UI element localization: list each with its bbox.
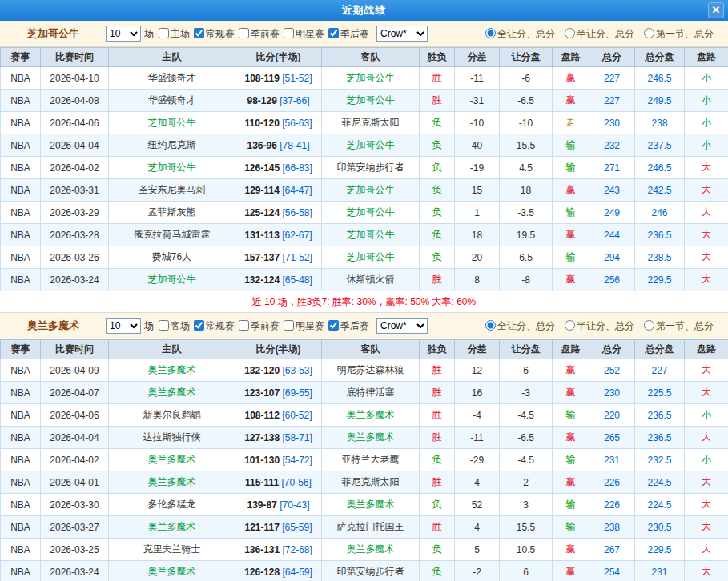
home-team-cell: 奥兰多魔术	[109, 359, 235, 382]
games-count-select[interactable]: 10	[106, 318, 141, 334]
score-mode-radio-2[interactable]: 第一节、总分	[644, 28, 714, 39]
column-header: 总分盘	[635, 340, 685, 359]
total-line-cell: 242.5	[635, 179, 685, 202]
total-points-cell: 243	[589, 179, 635, 202]
column-header: 客队	[322, 48, 420, 67]
home-team-cell: 新奥尔良鹈鹕	[109, 404, 235, 427]
handicap-line-cell: -10	[500, 112, 553, 134]
checkbox[interactable]	[328, 320, 339, 331]
over-under-cell: 大	[685, 539, 728, 561]
league-cell: NBA	[1, 112, 41, 134]
handicap-line-cell: 4.5	[500, 157, 553, 179]
score-mode-radio-2[interactable]: 第一节、总分	[644, 320, 714, 331]
result-cell: 胜	[420, 404, 455, 427]
checkbox[interactable]	[284, 320, 294, 331]
close-button[interactable]: ✕	[708, 2, 724, 18]
point-diff-cell: -29	[455, 449, 500, 471]
game-row: NBA2026-03-29孟菲斯灰熊125-124 [56-58]芝加哥公牛负1…	[1, 202, 728, 224]
away-team-cell: 芝加哥公牛	[322, 179, 420, 202]
total-points-cell: 232	[589, 134, 635, 157]
dialog-titlebar: 近期战绩 ✕	[0, 0, 728, 21]
checkbox[interactable]	[194, 320, 204, 331]
checkbox[interactable]	[328, 28, 339, 38]
radio[interactable]	[485, 320, 496, 331]
result-cell: 胜	[420, 471, 455, 494]
checkbox[interactable]	[159, 320, 169, 331]
filter-checkbox-2[interactable]: 季前赛	[239, 28, 280, 39]
handicap-result-cell: 赢	[553, 382, 589, 404]
date-cell: 2026-03-28	[41, 224, 109, 246]
result-cell: 胜	[420, 359, 455, 382]
handicap-line-cell: -4.5	[500, 449, 553, 471]
filter-checkbox-1[interactable]: 常规赛	[194, 320, 235, 331]
score-mode-radio-1[interactable]: 半让分、总分	[565, 320, 634, 331]
table-header-row: 赛事比赛时间主队比分(半场)客队胜负分差让分盘盘路总分总分盘盘路	[1, 340, 728, 359]
radio[interactable]	[565, 28, 575, 38]
home-team-cell: 奥兰多魔术	[109, 561, 235, 581]
game-row: NBA2026-04-04纽约尼克斯136-96 [78-41]芝加哥公牛负40…	[1, 134, 728, 157]
league-cell: NBA	[1, 134, 41, 157]
date-cell: 2026-03-29	[41, 202, 109, 224]
games-count-select[interactable]: 10	[106, 26, 141, 42]
game-row: NBA2026-04-08华盛顿奇才98-129 [37-66]芝加哥公牛胜-3…	[1, 90, 728, 112]
date-cell: 2026-03-24	[41, 561, 109, 581]
checkbox[interactable]	[284, 28, 294, 38]
over-under-cell: 小	[685, 112, 728, 134]
home-team-cell: 俄克拉荷马城雷霆	[109, 224, 235, 246]
total-points-cell: 227	[589, 67, 635, 90]
date-cell: 2026-03-27	[41, 516, 109, 539]
score-cell: 108-112 [60-52]	[235, 404, 322, 427]
handicap-line-cell: 6.5	[500, 246, 553, 269]
checkbox[interactable]	[239, 320, 249, 331]
checkbox[interactable]	[194, 28, 204, 38]
filter-checkbox-3[interactable]: 明星赛	[284, 320, 324, 331]
league-cell: NBA	[1, 67, 41, 90]
point-diff-cell: -10	[455, 112, 500, 134]
total-points-cell: 230	[589, 112, 635, 134]
league-cell: NBA	[1, 539, 41, 561]
score-mode-radio-0[interactable]: 全让分、总分	[485, 28, 555, 39]
game-row: NBA2026-03-26费城76人157-137 [71-52]芝加哥公牛负2…	[1, 246, 728, 269]
game-row: NBA2026-04-10华盛顿奇才108-119 [51-52]芝加哥公牛胜-…	[1, 67, 728, 90]
filter-checkbox-1[interactable]: 常规赛	[194, 28, 235, 39]
score-mode-radio-1[interactable]: 半让分、总分	[565, 28, 634, 39]
league-cell: NBA	[1, 382, 41, 404]
company-select[interactable]: Crow*	[376, 26, 428, 42]
date-cell: 2026-04-06	[41, 404, 109, 427]
column-header: 主队	[109, 340, 235, 359]
close-icon: ✕	[712, 4, 721, 16]
result-cell: 负	[420, 449, 455, 471]
score-mode-radio-group: 全让分、总分半让分、总分第一节、总分	[476, 319, 720, 333]
league-cell: NBA	[1, 516, 41, 539]
filter-checkbox-2[interactable]: 季前赛	[239, 320, 280, 331]
column-header: 比赛时间	[41, 340, 109, 359]
checkbox[interactable]	[159, 28, 169, 38]
company-select[interactable]: Crow*	[376, 318, 428, 334]
radio[interactable]	[644, 320, 654, 331]
filter-checkbox-4[interactable]: 季后赛	[328, 320, 369, 331]
filter-checkbox-0[interactable]: 主场	[159, 28, 190, 39]
result-cell: 负	[420, 134, 455, 157]
filter-checkbox-4[interactable]: 季后赛	[328, 28, 369, 39]
radio[interactable]	[485, 28, 496, 38]
column-header: 胜负	[420, 48, 455, 67]
checkbox[interactable]	[239, 28, 249, 38]
handicap-line-cell: -8	[500, 269, 553, 291]
point-diff-cell: 20	[455, 246, 500, 269]
game-row: NBA2026-04-04达拉斯独行侠127-138 [58-71]奥兰多魔术胜…	[1, 427, 728, 449]
filter-checkbox-0[interactable]: 客场	[159, 320, 190, 331]
total-points-cell: 226	[589, 494, 635, 516]
home-team-cell: 克里夫兰骑士	[109, 539, 235, 561]
away-team-cell: 奥兰多魔术	[322, 404, 420, 427]
handicap-line-cell: 6	[500, 359, 553, 382]
home-team-cell: 费城76人	[109, 246, 235, 269]
result-cell: 负	[420, 157, 455, 179]
score-mode-radio-0[interactable]: 全让分、总分	[485, 320, 555, 331]
filter-checkbox-3[interactable]: 明星赛	[284, 28, 324, 39]
total-points-cell: 230	[589, 382, 635, 404]
summary-row: 近 10 场，胜3负7: 胜率: 30%，赢率: 50% 大率: 60%	[0, 291, 728, 313]
radio[interactable]	[565, 320, 575, 331]
score-cell: 115-111 [70-56]	[235, 471, 322, 494]
result-cell: 负	[420, 179, 455, 202]
radio[interactable]	[644, 28, 654, 38]
